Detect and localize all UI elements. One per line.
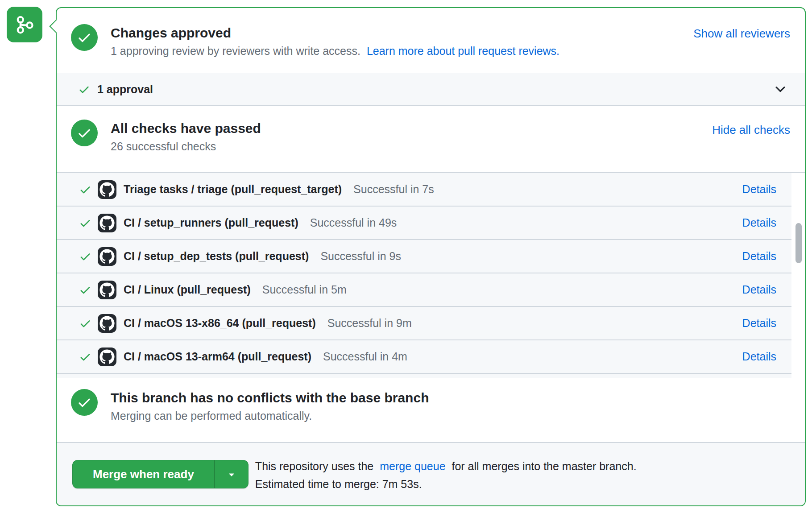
check-icon [78,83,90,95]
check-icon [79,317,91,330]
conflicts-subtitle: Merging can be performed automatically. [111,407,429,424]
triangle-down-icon [226,468,237,480]
checks-section: All checks have passed 26 successful che… [57,106,805,173]
checks-subtitle: 26 successful checks [111,138,261,155]
check-name: CI / setup_runners (pull_request) [124,216,298,229]
queue-text-after: for all merges into the master branch. [452,460,637,472]
review-subtitle-text: 1 approving review by reviewers with wri… [111,45,360,57]
chevron-down-icon[interactable] [774,83,787,96]
check-name: Triage tasks / triage (pull_request_targ… [124,183,342,196]
check-row: CI / setup_dep_tests (pull_request) Succ… [57,240,791,273]
github-actions-icon [98,180,116,199]
check-status: Successful in 5m [262,283,347,296]
check-row-partial [57,374,791,378]
check-row: CI / macOS 13-x86_64 (pull_request) Succ… [57,307,791,340]
github-actions-icon [98,281,116,299]
review-subtitle: 1 approving review by reviewers with wri… [111,42,559,59]
conflicts-title: This branch has no conflicts with the ba… [111,389,429,407]
check-name: CI / macOS 13-arm64 (pull_request) [124,350,311,363]
merge-bar: Merge when ready This repository uses th… [57,442,805,505]
hide-all-checks-link[interactable]: Hide all checks [712,120,790,137]
review-section: Changes approved 1 approving review by r… [57,8,805,73]
check-row: CI / macOS 13-arm64 (pull_request) Succe… [57,340,791,374]
github-actions-icon [98,314,116,333]
git-branch-icon [12,12,37,37]
check-status: Successful in 7s [353,183,434,196]
merge-estimate: Estimated time to merge: 7m 53s. [255,475,637,493]
github-actions-icon [98,214,116,232]
approval-summary-label: 1 approval [97,83,153,96]
github-actions-icon [98,348,116,366]
conflicts-section: This branch has no conflicts with the ba… [57,378,805,442]
check-status: Successful in 4m [323,350,407,363]
merge-queue-text: This repository uses the merge queue for… [255,457,637,493]
details-link[interactable]: Details [742,350,776,363]
checks-list: Triage tasks / triage (pull_request_targ… [57,173,805,378]
check-status: Successful in 49s [310,216,397,229]
check-row: CI / Linux (pull_request) Successful in … [57,273,791,307]
conflicts-header-text: This branch has no conflicts with the ba… [111,389,429,424]
check-row: CI / setup_runners (pull_request) Succes… [57,207,791,240]
check-icon [79,284,91,296]
check-icon [79,351,91,363]
check-name: CI / macOS 13-x86_64 (pull_request) [124,317,316,330]
check-circle-icon [71,389,98,416]
details-link[interactable]: Details [742,216,776,229]
check-circle-icon [71,24,98,51]
review-title: Changes approved [111,24,559,42]
check-icon [79,217,91,229]
learn-more-link[interactable]: Learn more about pull request reviews. [367,45,559,57]
details-link[interactable]: Details [742,250,776,263]
merge-timeline-badge [7,7,42,42]
queue-text-before: This repository uses the [255,460,373,472]
show-all-reviewers-link[interactable]: Show all reviewers [693,24,790,41]
check-status: Successful in 9s [320,250,401,263]
check-icon [79,183,91,196]
check-name: CI / Linux (pull_request) [124,283,251,296]
check-circle-icon [71,120,98,146]
review-header-text: Changes approved 1 approving review by r… [111,24,559,59]
merge-box: Changes approved 1 approving review by r… [56,7,806,506]
checks-scrollbar[interactable] [795,223,802,263]
github-actions-icon [98,247,116,266]
merge-queue-link[interactable]: merge queue [380,460,445,472]
details-link[interactable]: Details [742,283,776,296]
merge-options-dropdown[interactable] [214,460,248,488]
checks-header-text: All checks have passed 26 successful che… [111,120,261,155]
details-link[interactable]: Details [742,183,776,196]
approval-summary-row[interactable]: 1 approval [57,73,805,106]
merge-when-ready-button[interactable]: Merge when ready [72,460,249,488]
checks-title: All checks have passed [111,120,261,137]
check-row: Triage tasks / triage (pull_request_targ… [57,173,791,207]
check-name: CI / setup_dep_tests (pull_request) [124,250,309,263]
check-icon [79,250,91,263]
check-status: Successful in 9m [327,317,412,330]
merge-button-label[interactable]: Merge when ready [73,460,214,488]
details-link[interactable]: Details [742,317,776,330]
